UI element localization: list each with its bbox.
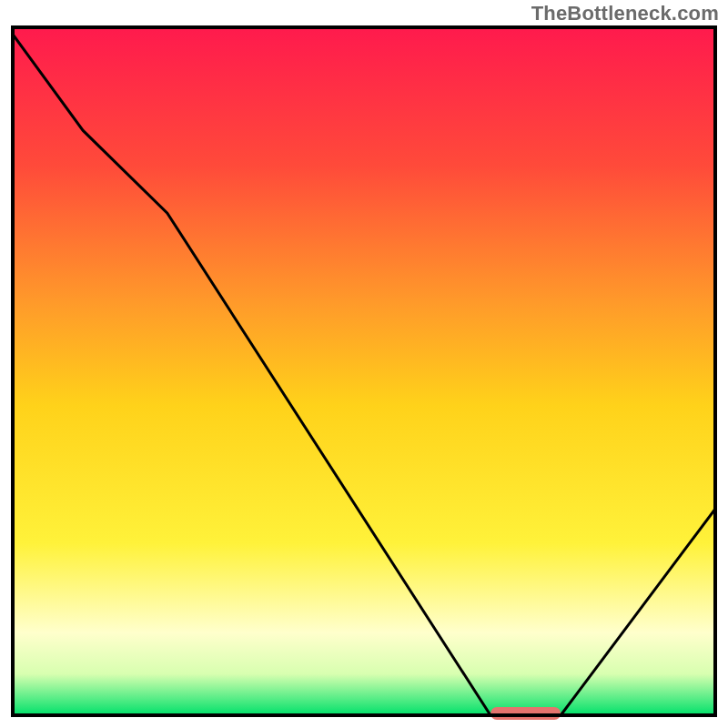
bottleneck-chart [0, 0, 728, 728]
chart-container: TheBottleneck.com [0, 0, 728, 728]
attribution-text: TheBottleneck.com [531, 2, 719, 25]
gradient-background [13, 27, 715, 715]
